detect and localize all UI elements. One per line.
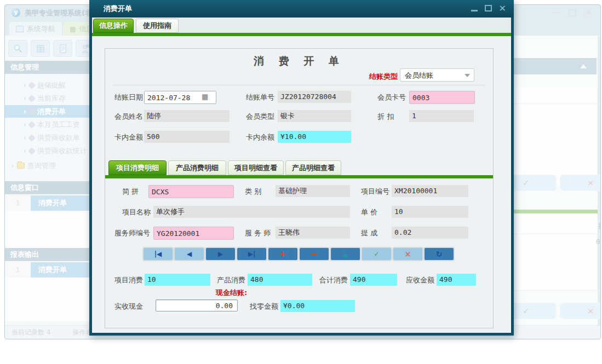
document-tool-button[interactable] bbox=[53, 40, 72, 57]
dialog-body: 信息操作 使用指南 消 费 开 单 结账类型 会员结账 结账日期 ▦ 结账单号 … bbox=[92, 18, 511, 333]
nav-last-button[interactable]: ▶| bbox=[236, 247, 267, 261]
change-value: ¥0.00 bbox=[280, 300, 355, 312]
cash-received-label: 实收现金 bbox=[114, 302, 143, 311]
category-value: 基础护理 bbox=[276, 185, 350, 197]
detail-accent-bar bbox=[105, 175, 493, 178]
bill-no-value: JZ20120728004 bbox=[278, 91, 351, 103]
wand-icon bbox=[28, 94, 36, 102]
tab-product-detail-view[interactable]: 产品明细查看 bbox=[285, 160, 341, 175]
tab-accent-bar bbox=[92, 33, 511, 36]
folder-icon bbox=[17, 163, 25, 169]
caret-icon: › bbox=[12, 162, 14, 170]
dialog-tab-strip: 信息操作 使用指南 bbox=[92, 18, 511, 33]
window-restore-button[interactable] bbox=[569, 9, 576, 16]
discount-label: 折 扣 bbox=[377, 112, 394, 122]
item-no-label: 项目编号 bbox=[361, 187, 389, 197]
report-item-index: 1 bbox=[5, 262, 31, 278]
dialog-minimize-button[interactable] bbox=[471, 10, 478, 11]
window-close-button[interactable]: × bbox=[584, 8, 593, 16]
pinyin-label: 简 拼 bbox=[122, 187, 139, 197]
sidebar-item-query-manage[interactable]: ›查询管理 bbox=[5, 159, 96, 172]
form-title: 消 费 开 单 bbox=[105, 54, 493, 68]
member-name-label: 会员姓名 bbox=[114, 112, 143, 122]
screen: y 美甲专业管理系统(非注 — × 系统导航 ▦ 信息管理 bbox=[0, 0, 602, 364]
card-amount-label: 卡内金额 bbox=[114, 132, 143, 142]
consume-billing-dialog: 消费开单 × 信息操作 使用指南 消 费 开 单 结账类型 会员结账 bbox=[89, 0, 514, 336]
cash-received-input[interactable] bbox=[156, 299, 238, 311]
tab-user-guide[interactable]: 使用指南 bbox=[136, 19, 179, 33]
nav-cancel-button[interactable]: × bbox=[392, 247, 423, 261]
member-name-value: 陆停 bbox=[144, 110, 230, 122]
tab-info-operate[interactable]: 信息操作 bbox=[93, 19, 134, 33]
dialog-titlebar[interactable]: 消费开单 × bbox=[89, 0, 514, 18]
caret-icon: › bbox=[24, 147, 26, 155]
unit-price-value: 10 bbox=[392, 206, 468, 218]
card-no-input[interactable] bbox=[409, 91, 475, 104]
caret-icon: › bbox=[24, 95, 26, 102]
wand-icon bbox=[28, 134, 36, 141]
tab-product-consume-detail[interactable]: 产品消费明细 bbox=[168, 160, 226, 175]
caret-icon: › bbox=[24, 121, 26, 129]
total-label: 合计消费 bbox=[319, 275, 348, 285]
wand-icon bbox=[28, 147, 36, 154]
card-no-label: 会员卡号 bbox=[377, 93, 406, 102]
nav-edit-button[interactable]: ▲ bbox=[330, 247, 361, 261]
item-total-label: 项目消费 bbox=[114, 275, 143, 285]
tab-system-nav[interactable]: 系统导航 bbox=[9, 22, 62, 36]
section-report-output: 报表输出 bbox=[5, 248, 90, 261]
commission-label: 提 成 bbox=[361, 228, 377, 238]
report-item[interactable]: 消费开单 bbox=[31, 262, 90, 278]
dialog-title: 消费开单 bbox=[104, 0, 132, 18]
receivable-label: 应收金额 bbox=[406, 275, 434, 285]
caret-icon: › bbox=[24, 134, 26, 142]
search-tool-button[interactable] bbox=[8, 40, 27, 57]
billing-form-panel: 消 费 开 单 结账类型 会员结账 结账日期 ▦ 结账单号 JZ20120728… bbox=[105, 48, 494, 328]
calendar-icon[interactable]: ▦ bbox=[202, 93, 208, 101]
pinyin-input[interactable] bbox=[148, 185, 234, 198]
staff-no-input[interactable] bbox=[153, 227, 234, 240]
document-icon bbox=[58, 44, 68, 54]
record-count: 当前记录数 4 bbox=[12, 328, 50, 336]
item-total-value: 10 bbox=[145, 274, 210, 286]
cell: 10 bbox=[572, 132, 601, 146]
product-total-value: 480 bbox=[248, 274, 312, 286]
nav-refresh-button[interactable]: ↻ bbox=[423, 247, 455, 261]
nav-prev-button[interactable]: ◀ bbox=[174, 247, 205, 261]
staff-name-value: 王晓伟 bbox=[276, 227, 350, 239]
change-label: 找零金额 bbox=[250, 302, 278, 311]
sidebar-toolbar bbox=[5, 38, 90, 59]
window-minimize-button[interactable]: — bbox=[552, 8, 561, 16]
cabinet-tool-button[interactable] bbox=[31, 40, 50, 57]
item-no-value: XM20100001 bbox=[392, 185, 468, 197]
caret-icon: › bbox=[24, 82, 26, 89]
product-total-label: 产品消费 bbox=[217, 275, 245, 285]
nav-first-button[interactable]: |◀ bbox=[142, 247, 174, 261]
grid1-cancel-button[interactable]: × bbox=[560, 175, 601, 191]
cell: 10 bbox=[572, 105, 601, 118]
cell: 10 bbox=[572, 146, 601, 154]
item-name-label: 项目名称 bbox=[122, 207, 151, 217]
tab-item-consume-detail[interactable]: 项目消费明细 bbox=[108, 160, 167, 175]
section-info-window: 信息窗口 bbox=[5, 181, 90, 194]
nav-confirm-button[interactable]: ✓ bbox=[361, 247, 392, 261]
caret-icon: › bbox=[24, 108, 26, 115]
tab-item-detail-view[interactable]: 项目明细查看 bbox=[228, 160, 284, 175]
discount-value: 1 bbox=[409, 110, 474, 122]
dialog-close-button[interactable]: × bbox=[499, 4, 506, 12]
sidebar: 信息管理 ›超储提醒 ›当前库存 ›消费开单 ›本月员工工资 ›供货商收款单 ›… bbox=[5, 36, 90, 326]
nav-add-button[interactable]: + bbox=[267, 247, 299, 261]
dialog-maximize-button[interactable] bbox=[485, 5, 492, 11]
grid2-cancel-button[interactable]: × bbox=[560, 303, 601, 319]
nav-subtract-button[interactable]: − bbox=[299, 247, 330, 261]
nav-next-button[interactable]: ▶ bbox=[205, 247, 236, 261]
info-window-item-index: 1 bbox=[5, 195, 31, 211]
cell: 0.02 bbox=[555, 235, 601, 249]
divider bbox=[113, 85, 485, 85]
item-name-value: 单次修手 bbox=[153, 206, 350, 218]
wand-icon bbox=[28, 81, 36, 89]
settle-type-dropdown[interactable]: 会员结账 bbox=[400, 68, 474, 82]
info-window-item[interactable]: 消费开单 bbox=[31, 195, 90, 211]
member-type-label: 会员类型 bbox=[246, 112, 274, 122]
search-icon bbox=[13, 44, 23, 54]
total-value: 490 bbox=[350, 274, 397, 286]
